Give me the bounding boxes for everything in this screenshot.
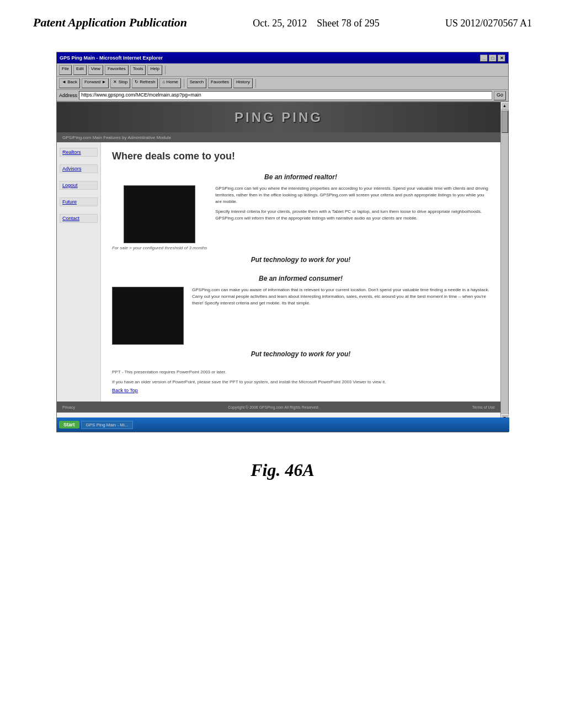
taskbar-browser-item[interactable]: GPS Ping Main - Mi... (81, 421, 134, 429)
refresh-button[interactable]: ↻ Refresh (132, 78, 158, 88)
tools-menu[interactable]: Tools (130, 65, 146, 75)
history-button[interactable]: History (233, 78, 253, 88)
section1-caption: For sale > your configured threshold of … (112, 245, 207, 250)
patent-title: Patent Application Publication (33, 15, 187, 30)
bottom-note-1: PPT - This presentation requires PowerPo… (112, 369, 489, 376)
bottom-notes: PPT - This presentation requires PowerPo… (112, 369, 489, 393)
browser-window: GPS Ping Main - Microsoft Internet Explo… (56, 52, 509, 432)
section1-image (124, 185, 195, 243)
address-input[interactable]: https://www.gpspng.com/MCE/mcelmain.asp?… (79, 91, 492, 100)
footer-copyright: Copyright © 2006 GPSPing.com All Rights … (228, 405, 319, 409)
windows-taskbar: Start GPS Ping Main - Mi... (57, 417, 509, 432)
toolbar-separator-2 (184, 79, 184, 88)
view-menu[interactable]: View (88, 65, 103, 75)
patent-number: US 2012/0270567 A1 (445, 18, 532, 29)
section1-header: Be an informed realtor! (112, 173, 489, 181)
site-headline: Where deals come to you! (112, 151, 489, 162)
site-logo: PING PING (234, 110, 323, 125)
home-button[interactable]: ⌂ Home (159, 78, 180, 88)
sheet-info: Sheet 78 of 295 (317, 18, 379, 29)
toolbar-separator-3 (255, 79, 256, 88)
sidebar-item-future[interactable]: Future (60, 197, 98, 206)
put-tech-label-2: Put technology to work for you! (112, 350, 489, 358)
put-tech-label-1: Put technology to work for you! (112, 256, 489, 264)
page-header: Patent Application Publication Oct. 25, … (0, 0, 565, 35)
section1-text2: Specify interest criteria for your clien… (215, 208, 489, 222)
sidebar-item-logout[interactable]: Logout (60, 181, 98, 190)
site-main-content: Where deals come to you! Be an informed … (101, 142, 500, 402)
section2-body: GPSPing.com can make you aware of inform… (112, 287, 489, 345)
sidebar-item-realtors[interactable]: Realtors (60, 148, 98, 157)
scrollbar[interactable]: ▲ ▼ (500, 102, 508, 422)
back-button[interactable]: ◄ Back (59, 78, 80, 88)
site-nav-text: GPS/Ping.com Main Features by Administra… (62, 135, 171, 140)
back-to-top-link[interactable]: Back to Top (112, 388, 489, 393)
favorites-button[interactable]: Favorites (208, 78, 232, 88)
browser-toolbar-2: ◄ Back Forward ► ✕ Stop ↻ Refresh ⌂ Home… (57, 77, 508, 90)
section2-text-block: GPSPing.com can make you aware of inform… (192, 287, 489, 345)
file-menu[interactable]: File (59, 65, 72, 75)
footer-terms[interactable]: Terms of Use (472, 405, 495, 409)
forward-button[interactable]: Forward ► (82, 78, 109, 88)
address-label: Address (59, 93, 77, 98)
section2-image (112, 287, 184, 345)
stop-button[interactable]: ✕ Stop (110, 78, 130, 88)
close-button[interactable]: ✕ (498, 55, 505, 62)
browser-content-area: PING PING GPS/Ping.com Main Features by … (57, 102, 508, 422)
section1-text1: GPSPing.com can tell you where the inter… (215, 185, 489, 205)
scroll-up-button[interactable]: ▲ (501, 102, 509, 110)
section1-body: For sale > your configured threshold of … (112, 185, 489, 250)
site-banner: PING PING (57, 102, 500, 132)
publication-date: Oct. 25, 2012 Sheet 78 of 295 (253, 18, 379, 29)
section-realtor: Be an informed realtor! For sale > your … (112, 173, 489, 264)
browser-titlebar: GPS Ping Main - Microsoft Internet Explo… (57, 52, 508, 63)
site-layout: Realtors Advisors Logout Future Contact … (57, 142, 500, 402)
section2-header: Be an informed consumer! (112, 275, 489, 282)
address-bar: Address https://www.gpspng.com/MCE/mcelm… (57, 90, 508, 102)
help-menu[interactable]: Help (147, 65, 162, 75)
sidebar-item-contact[interactable]: Contact (60, 214, 98, 223)
browser-toolbar-1: File Edit View Favorites Tools Help (57, 63, 508, 77)
maximize-button[interactable]: □ (489, 55, 497, 62)
go-button[interactable]: Go (494, 91, 506, 100)
start-button[interactable]: Start (59, 421, 79, 429)
minimize-button[interactable]: _ (480, 55, 488, 62)
website-content: PING PING GPS/Ping.com Main Features by … (57, 102, 500, 422)
browser-window-controls: _ □ ✕ (480, 55, 505, 62)
favorites-menu[interactable]: Favorites (105, 65, 129, 75)
site-footer: Privacy Copyright © 2006 GPSPing.com All… (57, 402, 500, 413)
bottom-note-2: If you have an older version of PowerPoi… (112, 379, 489, 386)
site-nav-bar: GPS/Ping.com Main Features by Administra… (57, 132, 500, 142)
search-button[interactable]: Search (187, 78, 206, 88)
figure-caption-area: Fig. 46A (0, 460, 565, 480)
section2-text1: GPSPing.com can make you aware of inform… (192, 287, 489, 307)
scroll-thumb[interactable] (502, 111, 508, 133)
site-sidebar: Realtors Advisors Logout Future Contact (57, 142, 101, 402)
edit-menu[interactable]: Edit (73, 65, 87, 75)
footer-privacy[interactable]: Privacy (62, 405, 75, 409)
main-content: GPS Ping Main - Microsoft Internet Explo… (0, 35, 565, 443)
browser-title: GPS Ping Main - Microsoft Internet Explo… (60, 55, 163, 61)
section-consumer: Be an informed consumer! GPSPing.com can… (112, 275, 489, 358)
section1-text-block: GPSPing.com can tell you where the inter… (215, 185, 489, 250)
sidebar-item-advisors[interactable]: Advisors (60, 164, 98, 173)
toolbar-separator-1 (165, 66, 166, 74)
figure-caption: Fig. 46A (250, 460, 315, 480)
